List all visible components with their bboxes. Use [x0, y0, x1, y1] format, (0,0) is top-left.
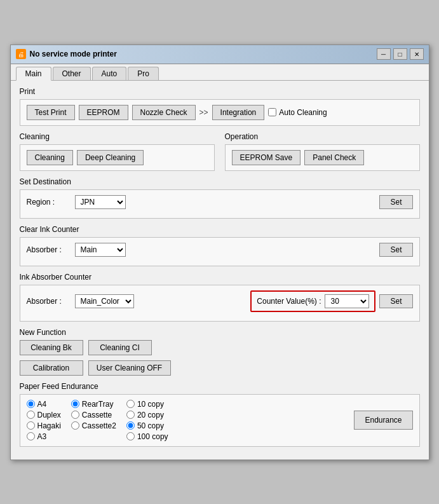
absorber-select[interactable]: Main Sub	[75, 243, 126, 257]
set-destination-label: Set Destination	[20, 177, 420, 186]
operation-section: Operation EEPROM Save Panel Check	[225, 132, 420, 171]
new-function-row1: Cleaning Bk Cleaning CI	[20, 340, 420, 355]
clear-ink-section: Clear Ink Counter Absorber : Main Sub Se…	[20, 225, 420, 266]
radio-20copy[interactable]: 20 copy	[126, 411, 168, 419]
tab-other[interactable]: Other	[53, 67, 91, 80]
counter-value-label: Counter Value(%) :	[257, 297, 321, 306]
paper-feed-box: A4 Duplex Hagaki A3	[20, 394, 420, 447]
tab-auto[interactable]: Auto	[92, 67, 127, 80]
region-label: Region :	[27, 198, 71, 207]
arrow-icon: >>	[199, 108, 208, 117]
window-title: No service mode printer	[30, 50, 377, 58]
cleaning-section-box: Cleaning Deep Cleaning	[20, 144, 215, 171]
title-bar: 🖨 No service mode printer ─ □ ✕	[11, 45, 429, 64]
tab-main[interactable]: Main	[16, 67, 51, 81]
radio-100copy[interactable]: 100 copy	[126, 432, 168, 441]
region-set-button[interactable]: Set	[379, 195, 412, 209]
radio-10copy[interactable]: 10 copy	[126, 400, 168, 409]
print-row: Test Print EEPROM Nozzle Check >> Integr…	[27, 105, 413, 120]
cleaning-ci-button[interactable]: Cleaning CI	[88, 340, 152, 355]
new-function-section: New Function Cleaning Bk Cleaning CI Cal…	[20, 328, 420, 376]
paper-feed-label: Paper Feed Endurance	[20, 382, 420, 391]
print-section-box: Test Print EEPROM Nozzle Check >> Integr…	[20, 99, 420, 126]
radio-50copy[interactable]: 50 copy	[126, 421, 168, 430]
tab-pro[interactable]: Pro	[128, 67, 159, 80]
new-function-row2: Calibration User Cleaning OFF	[20, 360, 420, 376]
calibration-button[interactable]: Calibration	[20, 360, 83, 376]
print-section: Print Test Print EEPROM Nozzle Check >> …	[20, 87, 420, 126]
radio-cassette2[interactable]: Cassette2	[71, 421, 116, 430]
cleaning-button[interactable]: Cleaning	[27, 150, 73, 165]
absorber-row: Absorber : Main Sub Set	[27, 243, 413, 257]
radio-reartray[interactable]: RearTray	[71, 400, 116, 409]
radio-a3[interactable]: A3	[27, 432, 61, 441]
deep-cleaning-button[interactable]: Deep Cleaning	[77, 150, 144, 165]
paper-col1: A4 Duplex Hagaki A3	[27, 400, 61, 441]
operation-section-label: Operation	[225, 132, 420, 141]
absorber-label: Absorber :	[27, 245, 71, 254]
app-icon: 🖨	[16, 49, 26, 59]
paper-col3: 10 copy 20 copy 50 copy 100 copy	[126, 400, 168, 441]
new-function-label: New Function	[20, 328, 420, 337]
ink-absorber-label: Ink Absorber Counter	[20, 273, 420, 282]
region-row: Region : JPN USA EUR Set	[27, 195, 413, 209]
eeprom-save-button[interactable]: EEPROM Save	[232, 150, 301, 165]
main-window: 🖨 No service mode printer ─ □ ✕ Main Oth…	[10, 44, 429, 460]
radio-duplex[interactable]: Duplex	[27, 411, 61, 419]
region-select[interactable]: JPN USA EUR	[75, 195, 126, 209]
test-print-button[interactable]: Test Print	[27, 105, 75, 120]
cleaning-row: Cleaning Deep Cleaning	[27, 150, 208, 165]
clear-ink-label: Clear Ink Counter	[20, 225, 420, 234]
auto-cleaning-label[interactable]: Auto Cleaning	[268, 108, 327, 117]
ink-absorber-field-label: Absorber :	[27, 297, 71, 306]
radio-hagaki[interactable]: Hagaki	[27, 421, 61, 430]
auto-cleaning-checkbox[interactable]	[268, 108, 276, 116]
eeprom-button[interactable]: EEPROM	[79, 105, 128, 120]
minimize-button[interactable]: ─	[377, 48, 391, 60]
clear-ink-box: Absorber : Main Sub Set	[20, 237, 420, 266]
operation-row: EEPROM Save Panel Check	[232, 150, 413, 165]
set-destination-section: Set Destination Region : JPN USA EUR Set	[20, 177, 420, 219]
cleaning-bk-button[interactable]: Cleaning Bk	[20, 340, 83, 355]
print-section-label: Print	[20, 87, 420, 96]
nozzle-check-button[interactable]: Nozzle Check	[132, 105, 196, 120]
integration-button[interactable]: Integration	[212, 105, 265, 120]
ink-absorber-section: Ink Absorber Counter Absorber : Main_Col…	[20, 273, 420, 322]
set-destination-box: Region : JPN USA EUR Set	[20, 189, 420, 219]
counter-highlight-box: Counter Value(%) : 0 10 20 30 40 50 60 7…	[250, 290, 375, 312]
maximize-button[interactable]: □	[393, 48, 407, 60]
ink-counter-set-button[interactable]: Set	[379, 243, 412, 257]
close-button[interactable]: ✕	[410, 48, 424, 60]
absorber-counter-set-button[interactable]: Set	[379, 294, 412, 308]
tab-bar: Main Other Auto Pro	[11, 64, 429, 81]
paper-col2: RearTray Cassette Cassette2	[71, 400, 116, 430]
ink-absorber-row: Absorber : Main_Color Main_Black Counter…	[27, 290, 413, 312]
ink-absorber-select[interactable]: Main_Color Main_Black	[75, 294, 134, 308]
window-controls: ─ □ ✕	[377, 48, 424, 60]
paper-feed-endurance-section: Paper Feed Endurance A4 Duplex	[20, 382, 420, 447]
cleaning-section-label: Cleaning	[20, 132, 215, 141]
operation-section-box: EEPROM Save Panel Check	[225, 144, 420, 171]
user-cleaning-off-button[interactable]: User Cleaning OFF	[88, 360, 171, 376]
panel-check-button[interactable]: Panel Check	[304, 150, 364, 165]
radio-a4[interactable]: A4	[27, 400, 61, 409]
cleaning-section: Cleaning Cleaning Deep Cleaning	[20, 132, 215, 171]
ink-absorber-box: Absorber : Main_Color Main_Black Counter…	[20, 285, 420, 322]
main-content: Print Test Print EEPROM Nozzle Check >> …	[11, 81, 429, 460]
counter-value-select[interactable]: 0 10 20 30 40 50 60 70 80 90 100	[325, 294, 369, 308]
radio-cassette[interactable]: Cassette	[71, 411, 116, 419]
endurance-button[interactable]: Endurance	[354, 411, 412, 430]
